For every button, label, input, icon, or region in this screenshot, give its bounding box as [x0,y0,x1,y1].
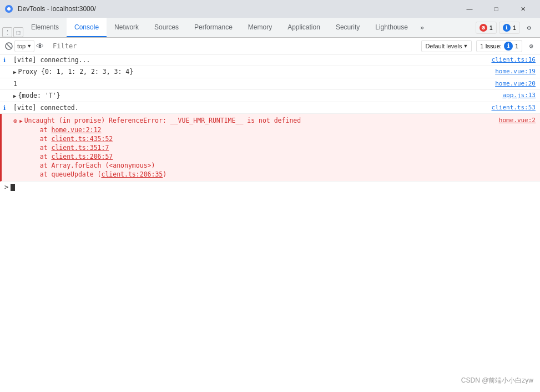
console-toolbar: top ▼ 👁 Default levels ▼ 1 Issue: ℹ 1 ⚙ [0,38,540,54]
devtools-nav-icons: ⋮ ⬚ [0,27,23,37]
error-count: 1 [489,24,493,31]
console-source[interactable]: home.vue:20 [495,79,536,88]
console-output: ℹ [vite] connecting... client.ts:16 ▶Pro… [0,54,540,392]
error-icon: ⊗ [13,117,17,125]
info-icon: ℹ [3,56,6,65]
console-source[interactable]: client.ts:16 [492,56,536,64]
tab-security[interactable]: Security [328,18,367,37]
issue-count-value: 1 [515,43,518,49]
console-message: ▶{mode: 'T'} [13,91,498,100]
settings-icon[interactable]: ⚙ [522,21,536,34]
watermark: CSDN @前端小小白zyw [461,376,533,385]
tab-overflow-button[interactable]: » [416,18,428,37]
stack-line: at Array.forEach (<anonymous>) [24,161,166,170]
stack-line: at client.ts:206:57 [24,152,166,161]
tab-bar: ⋮ ⬚ Elements Console Network Sources Per… [0,18,540,38]
console-row: ▶Proxy {0: 1, 1: 2, 2: 3, 3: 4} home.vue… [0,66,540,78]
stack-link[interactable]: home.vue:2:12 [51,126,101,134]
top-label: top [17,43,26,49]
device-icon[interactable]: ⬚ [13,27,23,37]
clear-icon [5,42,13,50]
clear-console-button[interactable] [2,39,16,53]
tab-performance[interactable]: Performance [186,18,240,37]
default-levels-label: Default levels [425,43,462,49]
stack-link[interactable]: client.ts:206:57 [51,153,113,160]
stack-line: at home.vue:2:12 [24,125,166,134]
inspect-icon[interactable]: ⋮ [2,27,12,37]
tab-elements[interactable]: Elements [23,18,67,37]
svg-point-1 [7,7,11,11]
svg-line-3 [7,44,11,48]
info-count-icon: ℹ [503,24,511,32]
chrome-icon [4,4,13,13]
window-title: DevTools - localhost:3000/ [18,5,452,13]
tab-console[interactable]: Console [67,18,107,37]
error-main-message: ▶Uncaught (in promise) ReferenceError: _… [19,116,494,125]
console-message: ▶Proxy {0: 1, 1: 2, 2: 3, 3: 4} [13,67,491,77]
stack-line: at client.ts:435:52 [24,134,166,143]
error-stack: at home.vue:2:12 at client.ts:435:52 at … [24,125,166,179]
stack-line: at client.ts:351:7 [24,143,166,152]
stack-link[interactable]: client.ts:435:52 [51,135,113,143]
issue-count-badge[interactable]: 1 Issue: ℹ 1 [476,40,522,52]
console-input-row: > [0,182,540,193]
issue-label: 1 Issue: [480,43,502,49]
tab-lighthouse[interactable]: Lighthouse [367,18,416,37]
console-source[interactable]: client.ts:53 [492,103,536,112]
filter-input[interactable] [49,40,419,52]
expand-icon[interactable]: ▶ [13,68,16,77]
console-row: ▶{mode: 'T'} app.js:13 [0,90,540,102]
console-message: [vite] connecting... [13,56,487,64]
title-bar: DevTools - localhost:3000/ — □ ✕ [0,0,540,18]
info-icon: ℹ [3,104,6,113]
cursor [11,184,15,191]
console-message: 1 [13,79,491,88]
stack-link[interactable]: client.ts:206:35 [101,170,163,178]
console-row: 1 home.vue:20 [0,78,540,90]
default-levels-arrow: ▼ [463,43,468,49]
error-badge[interactable]: ⊗ 1 [476,22,497,34]
minimize-button[interactable]: — [457,0,482,18]
default-levels-dropdown[interactable]: Default levels ▼ [421,40,472,52]
top-filter-button[interactable]: top ▼ [18,39,31,53]
stack-link[interactable]: client.ts:351:7 [51,144,109,152]
console-source[interactable]: home.vue:19 [495,67,536,76]
console-prompt: > [4,183,8,191]
close-button[interactable]: ✕ [510,0,536,18]
stack-line: at queueUpdate (client.ts:206:35) [24,170,166,179]
tab-sources[interactable]: Sources [147,18,186,37]
tab-application[interactable]: Application [280,18,328,37]
error-source-main[interactable]: home.vue:2 [499,116,536,125]
eye-button[interactable]: 👁 [33,39,47,53]
info-count: 1 [513,24,516,31]
console-source[interactable]: app.js:13 [502,91,536,100]
info-badge[interactable]: ℹ 1 [499,22,520,34]
error-main-row: ⊗ ▶Uncaught (in promise) ReferenceError:… [13,116,536,125]
top-dropdown[interactable]: top ▼ [14,40,34,52]
console-row: ℹ [vite] connecting... client.ts:16 [0,54,540,66]
console-row: ℹ [vite] connected. client.ts:53 [0,102,540,114]
expand-icon[interactable]: ▶ [19,117,22,125]
maximize-button[interactable]: □ [483,0,509,18]
tab-bar-right: ⊗ 1 ℹ 1 ⚙ [471,18,540,37]
error-count-icon: ⊗ [480,24,487,32]
tab-memory[interactable]: Memory [240,18,280,37]
window-controls: — □ ✕ [457,0,536,18]
expand-icon[interactable]: ▶ [13,92,16,100]
console-message: [vite] connected. [13,103,487,112]
tab-network[interactable]: Network [107,18,147,37]
console-error-row: ⊗ ▶Uncaught (in promise) ReferenceError:… [0,114,540,182]
dropdown-arrow-icon: ▼ [27,43,32,49]
console-settings-icon[interactable]: ⚙ [524,39,538,53]
issue-count-icon: ℹ [504,42,513,51]
